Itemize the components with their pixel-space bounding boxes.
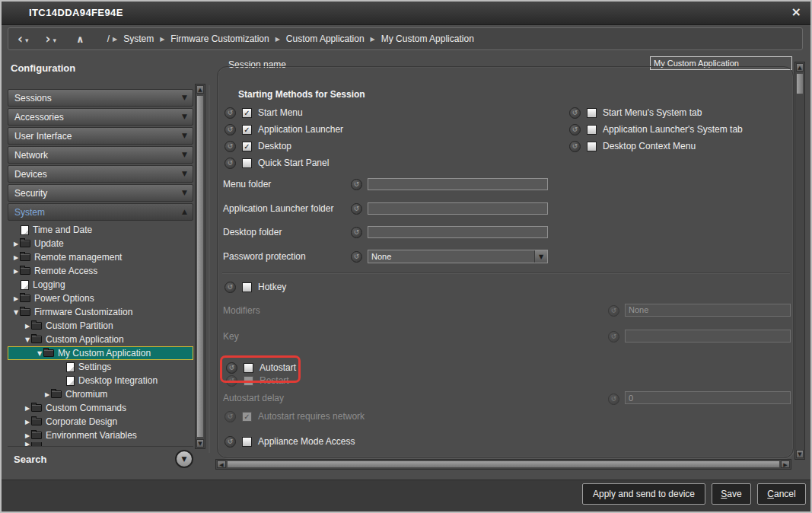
tree-item-chromium[interactable]: ▶ Chromium	[8, 387, 193, 401]
chevron-down-icon[interactable]: ▼	[182, 170, 187, 177]
scroll-up-icon[interactable]: ▲	[796, 63, 804, 72]
reset-icon[interactable]: ↺	[351, 251, 362, 263]
chevron-down-icon[interactable]: ▼	[182, 189, 187, 196]
reset-icon[interactable]: ↺	[224, 436, 236, 448]
chevron-up-icon[interactable]: ▲	[182, 208, 187, 215]
chevron-down-icon[interactable]: ▼	[182, 94, 187, 101]
tree-item-custom-partition[interactable]: ▶ Custom Partition	[8, 319, 193, 333]
back-history-caret-icon[interactable]: ▾	[25, 35, 29, 46]
scrollbar-thumb[interactable]	[796, 73, 804, 94]
scroll-down-icon[interactable]: ▼	[196, 439, 204, 448]
breadcrumb-root[interactable]: /	[107, 33, 110, 44]
chevron-down-icon[interactable]: ▼	[182, 151, 187, 158]
scroll-left-icon[interactable]: ◀	[217, 460, 226, 468]
sidebar-scrollbar[interactable]: ▲ ▼	[195, 84, 205, 449]
chevron-down-icon[interactable]: ▼	[24, 336, 31, 343]
chevron-right-icon[interactable]: ▶	[24, 419, 31, 425]
quick-start-panel-checkbox[interactable]	[242, 158, 252, 168]
scroll-right-icon[interactable]: ▶	[781, 460, 790, 468]
main-horizontal-scrollbar[interactable]: ◀ ▶	[215, 459, 791, 470]
chevron-right-icon[interactable]: ▶	[24, 323, 31, 330]
apply-and-send-button[interactable]: Apply and send to device	[582, 483, 705, 505]
chevron-down-icon[interactable]: ▼	[12, 309, 20, 316]
tree-item-my-custom-application[interactable]: ▼ My Custom Application	[8, 346, 193, 360]
chevron-right-icon[interactable]: ▶	[12, 295, 20, 302]
save-button[interactable]: Save	[712, 483, 751, 505]
chevron-right-icon[interactable]: ▶	[12, 254, 20, 261]
sidebar-section-security[interactable]: Security ▼	[8, 184, 193, 202]
autostart-checkbox[interactable]	[244, 363, 253, 373]
tree-item-environment-variables[interactable]: ▶ Environment Variables	[8, 429, 193, 442]
desktop-checkbox[interactable]: ✓	[242, 142, 252, 151]
application-launcher-folder-input[interactable]	[368, 202, 548, 215]
chevron-right-icon[interactable]: ▶	[43, 391, 51, 398]
reset-icon[interactable]: ↺	[224, 124, 236, 135]
sidebar-section-accessories[interactable]: Accessories ▼	[8, 108, 193, 126]
tree-item-remote-access[interactable]: ▶ Remote Access	[8, 264, 193, 278]
dropdown-arrow-icon[interactable]: ▼	[534, 250, 547, 263]
chevron-down-icon[interactable]: ▼	[36, 350, 43, 357]
chevron-down-icon[interactable]: ▼	[182, 113, 187, 120]
tree-item-time-and-date[interactable]: Time and Date	[8, 223, 193, 237]
chevron-right-icon[interactable]: ▶	[24, 405, 31, 412]
password-protection-dropdown[interactable]: None ▼	[368, 250, 548, 263]
breadcrumb-item-my-custom-application[interactable]: My Custom Application	[381, 33, 474, 44]
start-menu-system-tab-checkbox[interactable]	[587, 108, 597, 118]
sidebar-section-system[interactable]: System ▲	[8, 203, 193, 221]
checkbox-label: Start Menu's System tab	[603, 107, 702, 118]
sidebar-section-sessions[interactable]: Sessions ▼	[8, 89, 193, 107]
reset-icon[interactable]: ↺	[351, 227, 362, 238]
up-level-icon[interactable]: ∧	[76, 33, 84, 45]
reset-icon[interactable]: ↺	[569, 107, 581, 119]
chevron-right-icon[interactable]: ▶	[24, 432, 31, 439]
scroll-down-icon[interactable]: ▼	[796, 450, 804, 458]
main-vertical-scrollbar[interactable]: ▲ ▼	[794, 62, 805, 460]
cancel-button[interactable]: Cancel	[757, 483, 806, 505]
start-menu-checkbox[interactable]: ✓	[242, 108, 252, 118]
tree-item-custom-application[interactable]: ▼ Custom Application	[8, 333, 193, 346]
reset-icon[interactable]: ↺	[351, 203, 362, 215]
sidebar-section-user-interface[interactable]: User Interface ▼	[8, 127, 193, 145]
panel-splitter[interactable]	[209, 85, 210, 453]
scrollbar-thumb[interactable]	[227, 460, 780, 468]
forward-icon[interactable]: ›	[46, 32, 51, 46]
breadcrumb-item-system[interactable]: System	[123, 33, 154, 44]
back-icon[interactable]: ‹	[18, 32, 23, 46]
chevron-right-icon[interactable]: ▶	[12, 268, 20, 275]
desktop-folder-input[interactable]	[368, 226, 548, 238]
tree-item-settings[interactable]: Settings	[8, 360, 193, 374]
sidebar-section-devices[interactable]: Devices ▼	[8, 165, 193, 183]
breadcrumb-item-firmware-customization[interactable]: Firmware Customization	[170, 33, 269, 44]
tree-item-power-options[interactable]: ▶ Power Options	[8, 292, 193, 305]
application-launcher-checkbox[interactable]: ✓	[242, 125, 252, 135]
search-expand-icon[interactable]: ▼	[175, 450, 193, 468]
forward-history-caret-icon[interactable]: ▾	[53, 35, 57, 46]
application-launcher-system-tab-checkbox[interactable]	[587, 125, 597, 135]
reset-icon[interactable]: ↺	[224, 141, 236, 152]
breadcrumb-item-custom-application[interactable]: Custom Application	[286, 33, 365, 44]
sidebar-section-network[interactable]: Network ▼	[8, 146, 193, 164]
hotkey-checkbox[interactable]	[242, 282, 252, 292]
chevron-right-icon[interactable]: ▶	[12, 241, 20, 247]
scroll-up-icon[interactable]: ▲	[196, 85, 204, 94]
tree-item-firmware-customization[interactable]: ▼ Firmware Customization	[8, 305, 193, 319]
reset-icon[interactable]: ↺	[569, 141, 581, 152]
tree-item-remote-management[interactable]: ▶ Remote management	[8, 250, 193, 264]
reset-icon[interactable]: ↺	[351, 179, 362, 190]
tree-item-corporate-design[interactable]: ▶ Corporate Design	[8, 415, 193, 429]
reset-icon[interactable]: ↺	[224, 158, 236, 169]
chevron-down-icon[interactable]: ▼	[182, 132, 187, 139]
tree-item-custom-commands[interactable]: ▶ Custom Commands	[8, 401, 193, 415]
reset-icon[interactable]: ↺	[569, 124, 581, 135]
tree-item-update[interactable]: ▶ Update	[8, 237, 193, 250]
desktop-context-menu-checkbox[interactable]	[587, 142, 597, 151]
tree-item-logging[interactable]: Logging	[8, 278, 193, 292]
close-icon[interactable]: ×	[791, 5, 801, 19]
reset-icon[interactable]: ↺	[226, 362, 237, 374]
reset-icon[interactable]: ↺	[224, 107, 236, 119]
scrollbar-thumb[interactable]	[196, 95, 204, 438]
appliance-mode-access-checkbox[interactable]	[242, 437, 252, 447]
menu-folder-input[interactable]	[368, 178, 548, 190]
tree-item-desktop-integration[interactable]: Desktop Integration	[8, 374, 193, 387]
reset-icon[interactable]: ↺	[224, 282, 236, 293]
